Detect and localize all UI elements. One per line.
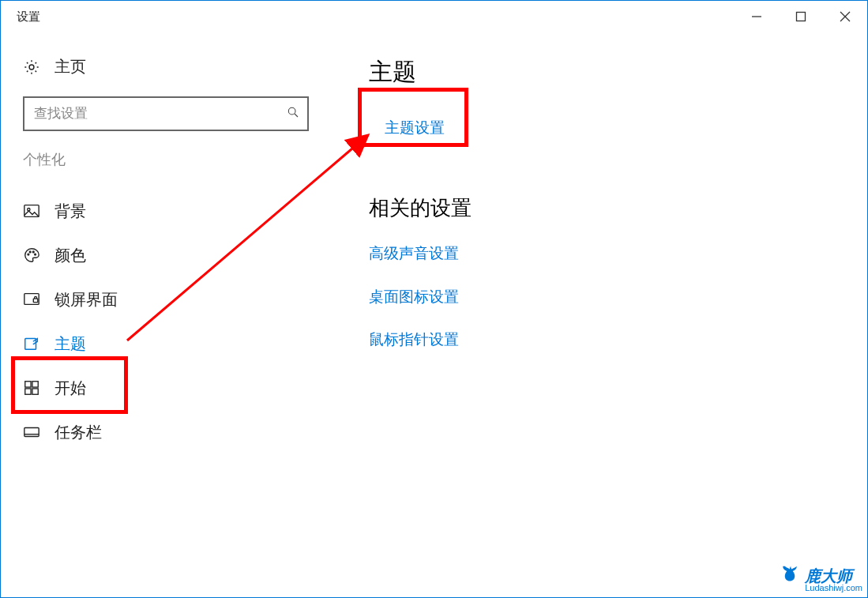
sidebar-item-start[interactable]: 开始 [23,365,141,409]
sidebar-item-label: 任务栏 [54,422,102,443]
sidebar-item-label: 背景 [54,201,86,222]
svg-rect-14 [33,299,37,303]
link-desktop-icons[interactable]: 桌面图标设置 [369,284,867,310]
watermark: 鹿大师 Ludashiwj.com [778,563,862,592]
window-controls [735,1,867,32]
theme-settings-container: 主题设置 [369,103,468,155]
main-panel: 主题 主题设置 相关的设置 高级声音设置 桌面图标设置 鼠标指针设置 [333,56,867,453]
search-box[interactable] [23,96,309,131]
home-label: 主页 [54,56,86,77]
svg-point-10 [29,251,31,253]
deer-icon [778,563,802,592]
close-button[interactable] [823,1,867,32]
titlebar: 设置 [1,1,867,32]
svg-rect-16 [25,382,31,387]
close-icon [840,11,851,22]
category-label: 个性化 [23,150,333,169]
svg-point-4 [29,65,34,70]
sidebar-item-label: 颜色 [54,245,86,266]
svg-rect-18 [25,389,31,394]
home-button[interactable]: 主页 [23,56,333,77]
svg-rect-17 [32,382,38,387]
start-icon [23,379,40,397]
link-advanced-sound[interactable]: 高级声音设置 [369,241,867,266]
minimize-icon [751,11,762,22]
window-title: 设置 [17,9,40,24]
maximize-icon [795,11,806,22]
content-area: 主页 个性化 背景 颜色 [1,32,867,453]
related-links: 高级声音设置 桌面图标设置 鼠标指针设置 [369,241,867,352]
sidebar: 主页 个性化 背景 颜色 [1,56,333,453]
link-mouse-pointer[interactable]: 鼠标指针设置 [369,327,867,352]
svg-rect-1 [797,13,806,21]
palette-icon [23,246,40,264]
sidebar-item-taskbar[interactable]: 任务栏 [23,409,141,453]
minimize-button[interactable] [735,1,779,32]
related-heading: 相关的设置 [369,194,867,222]
settings-window: 设置 主页 [0,0,868,598]
sidebar-item-label: 锁屏界面 [54,289,118,310]
sidebar-item-label: 开始 [54,378,86,399]
lockscreen-icon [23,291,40,308]
svg-point-12 [35,254,36,255]
sidebar-item-themes[interactable]: 主题 [23,321,141,365]
svg-point-5 [288,107,295,115]
sidebar-item-colors[interactable]: 颜色 [23,232,141,276]
page-heading: 主题 [369,56,867,88]
svg-rect-20 [24,428,39,437]
svg-line-6 [295,114,298,117]
watermark-url: Ludashiwj.com [805,584,862,592]
gear-icon [23,58,40,76]
svg-rect-19 [32,389,38,394]
search-icon [287,106,299,122]
picture-icon [23,202,40,220]
sidebar-item-lockscreen[interactable]: 锁屏界面 [23,276,141,321]
taskbar-icon [23,423,40,441]
theme-icon [23,335,40,352]
svg-point-9 [28,254,29,255]
sidebar-item-background[interactable]: 背景 [23,188,141,232]
search-input[interactable] [34,106,287,122]
maximize-button[interactable] [779,1,823,32]
theme-settings-link[interactable]: 主题设置 [385,119,445,136]
svg-point-11 [32,251,34,253]
sidebar-item-label: 主题 [54,333,86,355]
watermark-name: 鹿大师 [805,568,852,584]
